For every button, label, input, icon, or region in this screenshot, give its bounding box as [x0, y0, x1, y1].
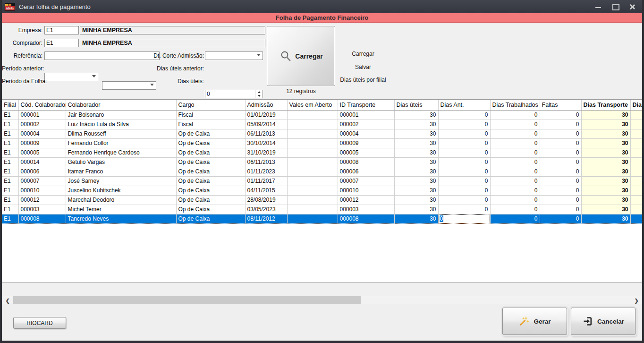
grid-cell[interactable]: Dilma Rousseff: [66, 129, 176, 138]
grid-cell[interactable]: E1: [2, 167, 18, 176]
grid-cell[interactable]: 0: [490, 176, 540, 186]
grid-column-header[interactable]: Colaborador: [66, 100, 176, 110]
grid-cell[interactable]: 30: [394, 157, 438, 167]
grid-cell[interactable]: [287, 205, 338, 214]
grid-column-header[interactable]: Dias Transporte: [581, 100, 630, 110]
link-carregar[interactable]: Carregar: [323, 51, 403, 57]
grid-cell[interactable]: 000004: [338, 129, 394, 138]
grid-cell[interactable]: [630, 186, 642, 195]
grid-cell[interactable]: E1: [2, 110, 18, 120]
maximize-button[interactable]: [612, 4, 619, 9]
grid-cell[interactable]: 30: [581, 110, 630, 120]
grid-cell[interactable]: 0: [438, 129, 490, 138]
grid-cell[interactable]: 0: [438, 176, 490, 186]
grid-cell[interactable]: 0: [490, 148, 540, 157]
grid-cell[interactable]: Op de Caixa: [176, 148, 245, 157]
table-row[interactable]: E1000008Tancredo NevesOp de Caixa08/11/2…: [2, 214, 642, 223]
table-row[interactable]: E1000005Fernando Henrique CardosoOp de C…: [2, 148, 642, 157]
chevron-down-icon[interactable]: [92, 75, 96, 77]
grid-cell[interactable]: [287, 176, 338, 186]
grid-cell[interactable]: [630, 195, 642, 205]
grid-cell[interactable]: 000012: [338, 195, 394, 205]
table-row[interactable]: E1000004Dilma RousseffOp de Caixa06/11/2…: [2, 129, 642, 138]
grid-cell[interactable]: Op de Caixa: [176, 205, 245, 214]
grid-cell[interactable]: [630, 129, 642, 138]
grid-column-header[interactable]: Dias úteis: [394, 100, 438, 110]
grid-cell[interactable]: 04/11/2015: [245, 186, 287, 195]
grid-cell[interactable]: Michel Temer: [66, 205, 176, 214]
grid-cell[interactable]: 0: [490, 195, 540, 205]
grid-cell[interactable]: 000005: [338, 148, 394, 157]
grid-cell[interactable]: 0: [490, 157, 540, 167]
grid-cell[interactable]: E1: [2, 186, 18, 195]
grid-cell[interactable]: 30: [581, 157, 630, 167]
grid-cell[interactable]: E1: [2, 157, 18, 167]
grid-cell[interactable]: 08/11/2012: [245, 214, 287, 223]
grid-cell[interactable]: [287, 214, 338, 223]
grid-cell[interactable]: 000006: [338, 167, 394, 176]
grid-cell[interactable]: [630, 120, 642, 129]
grid-cell[interactable]: 30/10/2014: [245, 138, 287, 148]
cancelar-button[interactable]: Cancelar: [571, 308, 636, 335]
grid-cell[interactable]: 0: [490, 110, 540, 120]
grid-cell[interactable]: 0: [438, 205, 490, 214]
grid-cell[interactable]: 000010: [338, 186, 394, 195]
grid-cell[interactable]: 30: [394, 205, 438, 214]
empresa-code-field[interactable]: [44, 26, 79, 34]
grid-cell[interactable]: 30: [394, 138, 438, 148]
grid-cell[interactable]: 000006: [18, 167, 66, 176]
grid-cell[interactable]: [287, 167, 338, 176]
grid-cell[interactable]: Op de Caixa: [176, 195, 245, 205]
grid-cell[interactable]: 05/09/2014: [245, 120, 287, 129]
grid-cell[interactable]: Op de Caixa: [176, 176, 245, 186]
grid-cell[interactable]: 0: [438, 110, 490, 120]
table-row[interactable]: E1000006Itamar FrancoOp de Caixa01/11/20…: [2, 167, 642, 176]
grid-column-header[interactable]: Dias A: [630, 100, 642, 110]
grid-cell[interactable]: 000007: [18, 176, 66, 186]
grid-column-header[interactable]: ID Transporte: [338, 100, 394, 110]
grid-cell[interactable]: 0: [438, 148, 490, 157]
grid-cell[interactable]: 30: [394, 110, 438, 120]
grid-column-header[interactable]: Cód. Colaborador: [18, 100, 66, 110]
grid-cell[interactable]: 0: [540, 148, 581, 157]
grid-cell[interactable]: 30: [581, 138, 630, 148]
grid-cell[interactable]: 30: [394, 129, 438, 138]
scrollbar-thumb[interactable]: [13, 296, 361, 305]
grid-cell[interactable]: 03/05/2023: [245, 205, 287, 214]
grid-cell[interactable]: [630, 176, 642, 186]
grid-cell[interactable]: 0: [540, 157, 581, 167]
grid-column-header[interactable]: Dias Ant.: [438, 100, 490, 110]
grid-cell[interactable]: 30: [581, 120, 630, 129]
grid-cell[interactable]: 01/01/2019: [245, 110, 287, 120]
grid-cell[interactable]: [630, 148, 642, 157]
spin-up-button[interactable]: [255, 90, 263, 94]
grid-cell[interactable]: Getulio Vargas: [66, 157, 176, 167]
grid-cell[interactable]: 30: [394, 214, 438, 223]
grid-cell[interactable]: 000008: [338, 157, 394, 167]
grid-cell[interactable]: 000004: [18, 129, 66, 138]
grid-cell[interactable]: [630, 157, 642, 167]
grid-cell[interactable]: 0: [438, 167, 490, 176]
grid-cell[interactable]: [287, 195, 338, 205]
grid-cell[interactable]: 30: [581, 176, 630, 186]
grid-cell[interactable]: 000007: [338, 176, 394, 186]
grid-cell[interactable]: 0: [490, 138, 540, 148]
grid-cell[interactable]: 0: [540, 176, 581, 186]
grid-cell[interactable]: 06/11/2013: [245, 157, 287, 167]
horizontal-scrollbar[interactable]: ❮ ❯: [2, 296, 642, 304]
grid-cell[interactable]: [287, 138, 338, 148]
grid-cell[interactable]: 30: [581, 195, 630, 205]
grid-cell[interactable]: 0: [490, 120, 540, 129]
grid-cell[interactable]: 000012: [18, 195, 66, 205]
grid-cell[interactable]: 30: [581, 205, 630, 214]
table-row[interactable]: E1000014Getulio VargasOp de Caixa06/11/2…: [2, 157, 642, 167]
chevron-down-icon[interactable]: [257, 54, 261, 56]
grid-cell[interactable]: Op de Caixa: [176, 157, 245, 167]
grid-cell[interactable]: 0: [540, 167, 581, 176]
grid-cell[interactable]: 28/08/2019: [245, 195, 287, 205]
grid-cell[interactable]: Fernando Collor: [66, 138, 176, 148]
riocard-button[interactable]: RIOCARD: [13, 317, 66, 329]
grid-cell[interactable]: 000009: [18, 138, 66, 148]
grid-cell[interactable]: [630, 167, 642, 176]
scroll-right-arrow-icon[interactable]: ❯: [632, 296, 641, 305]
